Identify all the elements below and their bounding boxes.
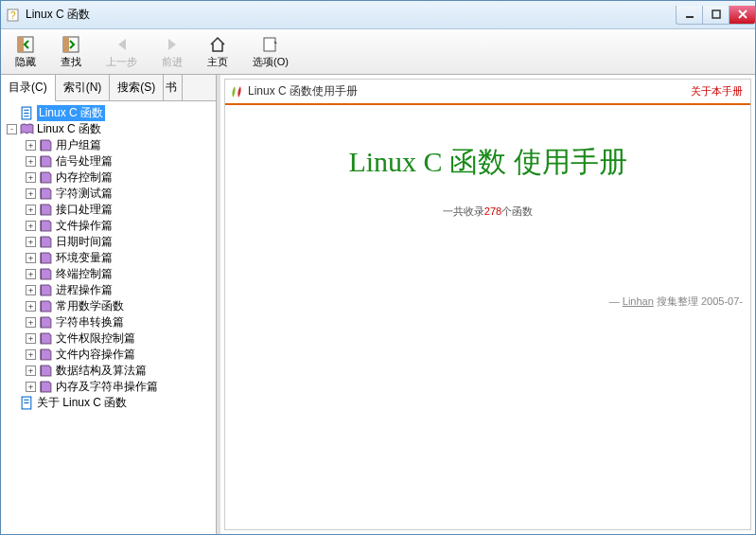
book-icon xyxy=(39,171,53,185)
collapse-icon[interactable]: - xyxy=(7,124,17,134)
tree-root-book[interactable]: - Linux C 函数 xyxy=(3,121,214,137)
book-icon xyxy=(39,187,53,201)
forward-button: 前进 xyxy=(153,32,191,72)
navigation-pane: 目录(C) 索引(N) 搜索(S) 书 Linux C 函数 - Linux C… xyxy=(1,75,217,534)
about-manual-link[interactable]: 关于本手册 xyxy=(691,84,743,98)
window-title: Linux C 函数 xyxy=(26,7,90,23)
forward-label: 前进 xyxy=(162,55,183,69)
home-button[interactable]: 主页 xyxy=(199,32,237,72)
book-icon xyxy=(39,365,53,378)
tree-label: 终端控制篇 xyxy=(56,266,113,282)
tree-label: 进程操作篇 xyxy=(56,282,113,298)
book-icon xyxy=(39,155,53,169)
tree-chapter[interactable]: +数据结构及算法篇 xyxy=(3,363,214,379)
tree-chapter[interactable]: +字符测试篇 xyxy=(3,186,214,202)
tree-label: Linux C 函数 xyxy=(37,105,105,121)
tree-chapter[interactable]: +字符串转换篇 xyxy=(3,314,214,330)
tree-chapter[interactable]: +接口处理篇 xyxy=(3,202,214,218)
book-icon xyxy=(39,220,53,233)
tree-label: 常用数学函数 xyxy=(56,298,124,314)
tree-chapter[interactable]: +内存及字符串操作篇 xyxy=(3,379,214,395)
expand-icon[interactable]: + xyxy=(26,301,36,312)
window-controls xyxy=(676,6,755,25)
tree-label: 信号处理篇 xyxy=(56,153,113,169)
book-open-icon xyxy=(20,123,34,136)
svg-rect-7 xyxy=(63,37,69,52)
tree-chapter[interactable]: +用户组篇 xyxy=(3,137,214,153)
book-icon xyxy=(39,332,53,346)
page-icon xyxy=(20,397,34,410)
svg-rect-5 xyxy=(18,37,24,52)
expand-icon[interactable]: + xyxy=(26,349,36,360)
expand-icon[interactable]: + xyxy=(26,253,36,263)
tree-label: 环境变量篇 xyxy=(56,250,113,266)
tree-about[interactable]: 关于 Linux C 函数 xyxy=(3,395,214,411)
content-pane: Linux C 函数使用手册 关于本手册 Linux C 函数 使用手册 一共收… xyxy=(220,75,755,534)
find-label: 查找 xyxy=(61,55,81,69)
tree-root-selected[interactable]: Linux C 函数 xyxy=(3,105,214,121)
tree-label: 接口处理篇 xyxy=(56,202,113,218)
tree-label: Linux C 函数 xyxy=(37,121,101,137)
tab-toc[interactable]: 目录(C) xyxy=(1,75,56,101)
tree-label: 内存控制篇 xyxy=(56,169,113,186)
back-button: 上一步 xyxy=(97,32,146,72)
main-title: Linux C 函数 使用手册 xyxy=(235,143,741,182)
options-button[interactable]: 选项(O) xyxy=(244,32,297,72)
expand-icon[interactable]: + xyxy=(26,285,36,295)
tab-favorites[interactable]: 书 xyxy=(164,75,183,100)
tree-chapter[interactable]: +内存控制篇 xyxy=(3,169,214,186)
tab-index[interactable]: 索引(N) xyxy=(56,75,111,100)
body-area: 目录(C) 索引(N) 搜索(S) 书 Linux C 函数 - Linux C… xyxy=(1,75,755,534)
author-link[interactable]: Linhan xyxy=(623,295,654,307)
book-icon xyxy=(39,252,53,265)
minimize-button[interactable] xyxy=(676,6,702,25)
expand-icon[interactable]: + xyxy=(26,333,36,344)
expand-icon[interactable]: + xyxy=(26,317,36,328)
tree-label: 数据结构及算法篇 xyxy=(56,363,147,379)
svg-rect-8 xyxy=(264,38,275,51)
book-icon xyxy=(39,300,53,313)
close-button[interactable] xyxy=(729,6,755,25)
tree-label: 字符串转换篇 xyxy=(56,314,124,330)
titlebar[interactable]: ? Linux C 函数 xyxy=(1,1,755,29)
maximize-button[interactable] xyxy=(702,6,729,25)
app-icon: ? xyxy=(7,8,22,23)
expand-icon[interactable]: + xyxy=(26,382,36,392)
expand-icon[interactable]: + xyxy=(26,156,36,167)
expand-icon[interactable]: + xyxy=(26,205,36,215)
tree-chapter[interactable]: +文件内容操作篇 xyxy=(3,347,214,363)
svg-rect-2 xyxy=(686,16,694,18)
tree-chapter[interactable]: +日期时间篇 xyxy=(3,234,214,250)
tree-chapter[interactable]: +信号处理篇 xyxy=(3,153,214,169)
tree-chapter[interactable]: +文件权限控制篇 xyxy=(3,330,214,347)
book-icon xyxy=(39,139,53,152)
find-button[interactable]: 查找 xyxy=(52,32,90,72)
expand-icon[interactable]: + xyxy=(26,172,36,183)
tree-chapter[interactable]: +文件操作篇 xyxy=(3,218,214,234)
tree-chapter[interactable]: +环境变量篇 xyxy=(3,250,214,266)
home-label: 主页 xyxy=(207,55,228,69)
toc-tree[interactable]: Linux C 函数 - Linux C 函数 +用户组篇+信号处理篇+内存控制… xyxy=(1,101,216,534)
expand-icon[interactable]: + xyxy=(26,366,36,376)
content-body: Linux C 函数 使用手册 一共收录278个函数 xyxy=(225,105,750,257)
book-icon xyxy=(39,348,53,362)
help-window: ? Linux C 函数 隐藏 查找 上一步 前进 主页 xyxy=(0,0,756,535)
expand-icon[interactable]: + xyxy=(26,188,36,199)
tree-label: 字符测试篇 xyxy=(56,186,113,202)
expand-icon[interactable]: + xyxy=(26,140,36,151)
logo-icon xyxy=(229,84,244,99)
tab-search[interactable]: 搜索(S) xyxy=(110,75,164,100)
expand-icon[interactable]: + xyxy=(26,269,36,279)
tree-chapter[interactable]: +常用数学函数 xyxy=(3,298,214,314)
book-icon xyxy=(39,381,53,394)
book-icon xyxy=(39,268,53,281)
hide-button[interactable]: 隐藏 xyxy=(7,32,44,72)
expand-icon[interactable]: + xyxy=(26,221,36,231)
tree-label: 日期时间篇 xyxy=(56,234,113,250)
content-frame[interactable]: Linux C 函数使用手册 关于本手册 Linux C 函数 使用手册 一共收… xyxy=(224,79,751,530)
book-icon xyxy=(39,236,53,249)
function-count: 一共收录278个函数 xyxy=(235,205,741,219)
tree-chapter[interactable]: +终端控制篇 xyxy=(3,266,214,282)
expand-icon[interactable]: + xyxy=(26,237,36,247)
tree-chapter[interactable]: +进程操作篇 xyxy=(3,282,214,298)
